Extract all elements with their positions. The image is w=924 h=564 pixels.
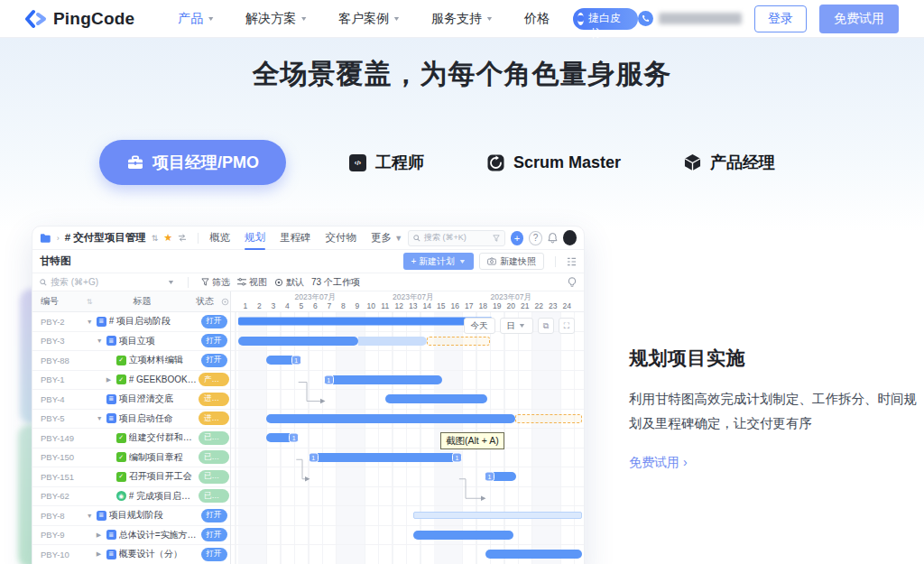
table-row[interactable]: PBY-2 ▼ ≣ # 项目启动阶段 打开 — [32, 312, 230, 332]
role-tab-scrum-master[interactable]: Scrum Master — [487, 153, 621, 172]
table-row[interactable]: PBY-1 ▶ ✓ # GEEKBOOKS 极... 产品... — [32, 371, 230, 391]
gantt-bar[interactable] — [515, 414, 582, 423]
bulb-icon[interactable] — [568, 277, 577, 288]
user-avatar[interactable] — [563, 230, 577, 245]
status-badge[interactable]: 打开 — [201, 354, 227, 367]
chevron-right-icon[interactable]: ▶ — [97, 550, 104, 558]
split-pane-icon[interactable]: ⧉ — [538, 318, 554, 334]
column-header-id[interactable]: 编号 — [32, 295, 87, 308]
project-title[interactable]: # 交付型项目管理 — [65, 231, 146, 245]
whitepaper-badge[interactable]: 2023敏捷白皮书 — [573, 8, 638, 30]
nav-item-pricing[interactable]: 价格 — [524, 11, 550, 27]
nav-item-solutions[interactable]: 解决方案▼ — [245, 11, 308, 27]
status-badge[interactable]: 已完成 — [199, 450, 229, 464]
work-item-id: PBY-10 — [32, 550, 87, 559]
add-button[interactable]: + — [511, 231, 523, 245]
star-icon[interactable]: ★ — [163, 232, 172, 244]
gantt-bar[interactable]: 1 — [327, 375, 443, 384]
gantt-bar[interactable] — [485, 550, 582, 559]
status-badge[interactable]: 产品... — [199, 373, 229, 386]
project-switcher-icon[interactable]: ⇅ — [152, 234, 159, 243]
status-badge[interactable]: 已完成 — [199, 470, 229, 484]
swap-icon[interactable] — [178, 234, 187, 242]
nav-item-support[interactable]: 服务支持▼ — [431, 11, 494, 27]
status-badge[interactable]: 已完成 — [199, 489, 229, 503]
fullscreen-icon[interactable]: ⛶ — [559, 318, 575, 334]
table-row[interactable]: PBY-8 ▼ ≣ 项目规划阶段 打开 — [32, 506, 230, 526]
chevron-right-icon[interactable]: ▶ — [97, 532, 104, 539]
gantt-bar[interactable]: 1 — [266, 433, 296, 442]
status-badge[interactable]: 进行中 — [199, 393, 229, 406]
table-row[interactable]: PBY-88 ✓ 立项材料编辑 打开 — [32, 351, 230, 371]
status-badge[interactable]: 打开 — [201, 315, 227, 328]
table-row[interactable]: PBY-150 ✓ 编制项目章程 已完成 — [32, 448, 230, 468]
table-row[interactable]: PBY-9 ▶ ≣ 总体设计=实施方案（... 打开 — [32, 526, 230, 546]
table-row[interactable]: PBY-5 ▼ ≣ 项目启动任命 进行中 — [32, 410, 230, 430]
table-row[interactable]: PBY-3 ▼ ≣ 项目立项 打开 — [32, 332, 230, 352]
gantt-bar[interactable] — [358, 337, 427, 346]
role-tab-engineer[interactable]: ‹/› 工程师 — [349, 152, 424, 173]
tab-overview[interactable]: 概览 — [209, 227, 230, 249]
help-icon[interactable]: ? — [529, 231, 542, 245]
work-item-title: ✓ 组建交付群和工作台 — [87, 431, 198, 444]
work-item-count: 73 个工作项 — [311, 276, 360, 289]
chevron-down-icon[interactable]: ▼ — [87, 513, 94, 519]
column-header-title[interactable]: 标题 — [96, 295, 189, 308]
status-badge[interactable]: 打开 — [201, 509, 227, 522]
tab-deliverables[interactable]: 交付物 — [325, 227, 356, 249]
work-item-title: ▶ ✓ # GEEKBOOKS 极... — [87, 374, 198, 386]
chevron-right-icon[interactable]: ▶ — [106, 376, 114, 384]
role-tab-pm-pmo[interactable]: 项目经理/PMO — [99, 140, 286, 185]
tab-more[interactable]: 更多 ▼ — [371, 227, 402, 249]
filter-toolbar: 搜索 (⌘+G) ▼ 筛选 视图 默认 73 个工作项 — [32, 273, 584, 291]
table-row[interactable]: PBY-10 ▶ ≣ 概要设计（分） 打开 — [32, 545, 230, 564]
free-trial-button[interactable]: 免费试用 — [819, 5, 899, 33]
time-unit-select[interactable]: 日▼ — [500, 318, 533, 334]
status-badge[interactable]: 已完成 — [199, 431, 229, 445]
status-badge[interactable]: 进行中 — [199, 411, 229, 425]
role-tab-product-manager[interactable]: 产品经理 — [684, 152, 775, 173]
tab-milestones[interactable]: 里程碑 — [280, 227, 311, 249]
gantt-bar[interactable]: 1 — [487, 472, 517, 481]
table-row[interactable]: PBY-62 ◉ # 完成项目启动阶段... 已完成 — [32, 487, 230, 507]
nav-item-products[interactable]: 产品▼ — [178, 11, 215, 27]
tab-planning[interactable]: 规划 — [245, 227, 265, 249]
chevron-down-icon[interactable]: ▼ — [87, 319, 94, 325]
day-label: 16 — [448, 301, 463, 312]
gantt-bar[interactable] — [266, 414, 515, 423]
sort-icon[interactable]: ⇅ — [87, 298, 96, 306]
status-badge[interactable]: 打开 — [201, 548, 227, 561]
table-row[interactable]: PBY-4 ≣ 项目澄清交底 进行中 — [32, 390, 230, 410]
gantt-bar[interactable] — [427, 337, 490, 346]
pingcode-logo[interactable]: PingCode — [25, 9, 134, 29]
bell-icon[interactable] — [548, 232, 558, 244]
status-badge[interactable]: 打开 — [201, 334, 227, 347]
gantt-bar[interactable] — [238, 318, 493, 326]
gantt-bar[interactable] — [413, 531, 514, 540]
chevron-down-icon[interactable]: ▼ — [97, 415, 104, 421]
gantt-bar[interactable] — [238, 337, 358, 346]
status-badge[interactable]: 打开 — [201, 528, 227, 541]
gantt-search-input[interactable]: 搜索 (⌘+G) ▼ — [40, 276, 175, 289]
new-plan-button[interactable]: + 新建计划▼ — [403, 253, 474, 270]
list-view-icon[interactable] — [567, 257, 577, 266]
column-settings-gear-icon[interactable] — [221, 298, 230, 306]
gantt-bar[interactable]: 1 — [266, 356, 299, 365]
table-row[interactable]: PBY-151 ✓ 召开项目开工会 已完成 — [32, 467, 230, 487]
gantt-bar[interactable] — [413, 512, 583, 519]
column-header-status[interactable]: 状态 — [189, 295, 221, 308]
filter-button[interactable]: 筛选 — [201, 276, 230, 289]
view-settings-button[interactable]: 视图 — [237, 276, 267, 289]
gantt-bar[interactable]: 11 — [311, 453, 459, 462]
chevron-down-icon[interactable]: ▼ — [97, 337, 104, 344]
new-snapshot-button[interactable]: 新建快照 — [479, 253, 544, 270]
global-search-input[interactable]: 搜索 (⌘+K) — [408, 230, 505, 246]
login-button[interactable]: 登录 — [754, 5, 807, 32]
default-config-button[interactable]: 默认 — [274, 276, 304, 289]
gantt-bar[interactable] — [385, 394, 487, 403]
table-row[interactable]: PBY-149 ✓ 组建交付群和工作台 已完成 — [32, 429, 230, 448]
nav-item-cases[interactable]: 客户案例▼ — [338, 11, 401, 27]
today-button[interactable]: 今天 — [464, 318, 495, 334]
feature-trial-link[interactable]: 免费试用 › — [629, 455, 688, 469]
phone-number-redacted — [659, 13, 742, 24]
